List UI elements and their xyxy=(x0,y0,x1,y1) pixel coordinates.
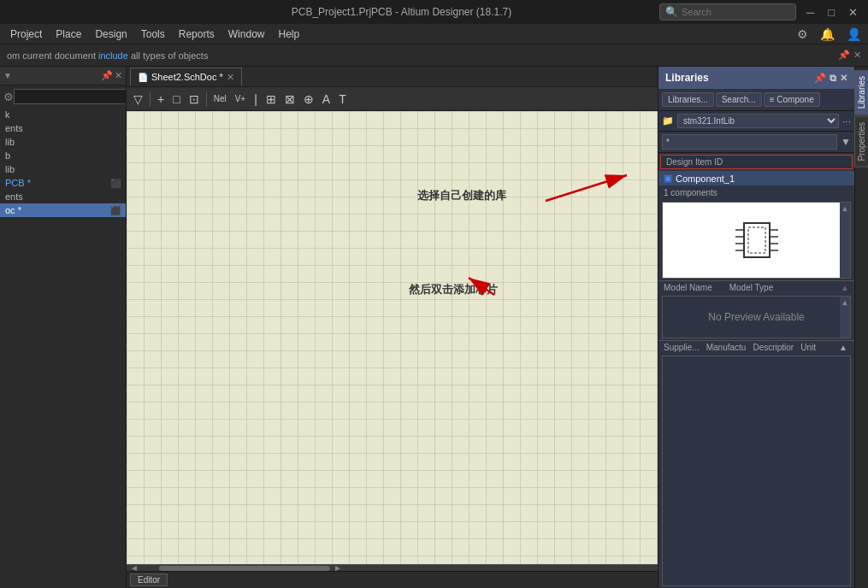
list-item[interactable]: k xyxy=(0,108,126,121)
left-settings-icon[interactable]: ⚙ xyxy=(3,91,14,103)
menu-window[interactable]: Window xyxy=(221,26,272,42)
toolbar-add-btn[interactable]: + xyxy=(154,91,168,108)
scroll-thumb[interactable] xyxy=(159,566,330,571)
toolbar-port-btn[interactable]: ⊠ xyxy=(281,91,298,108)
lib-search-row: ▼ xyxy=(658,132,854,153)
annotation-text-1: 选择自己创建的库 xyxy=(417,188,506,203)
model-scroll-icon[interactable]: ▲ xyxy=(841,283,849,292)
top-band-text1: om current document xyxy=(7,50,96,61)
list-item[interactable]: b xyxy=(0,149,126,162)
pin-icon[interactable]: 📌 xyxy=(838,50,850,61)
editor-bottom: Editor xyxy=(127,571,658,588)
lib-toolbar: Libraries... Search... ≡ Compone xyxy=(658,89,854,111)
toolbar-pwr-btn[interactable]: ⊕ xyxy=(300,91,317,108)
lib-component-count: 1 components xyxy=(658,185,854,200)
toolbar-filter-btn[interactable]: ▽ xyxy=(130,91,146,108)
supplier-col: Supplie... xyxy=(664,343,700,352)
top-band: om current document include all types of… xyxy=(0,44,868,67)
top-band-text2: all types of objects xyxy=(131,50,209,61)
menu-help[interactable]: Help xyxy=(271,26,306,42)
main-layout: ▼ 📌 ✕ ⚙ k ents lib b lib xyxy=(0,67,868,588)
menu-design[interactable]: Design xyxy=(88,26,133,42)
minimize-button[interactable]: ─ xyxy=(803,6,818,19)
panel-float-btn[interactable]: ⧉ xyxy=(830,73,836,84)
user-icon[interactable]: 👤 xyxy=(843,27,865,41)
lib-search-dropdown-icon[interactable]: ▼ xyxy=(841,136,851,148)
lib-more-button[interactable]: ··· xyxy=(842,115,851,127)
menu-reports[interactable]: Reports xyxy=(172,26,221,42)
libraries-panel-controls: 📌 ⧉ ✕ xyxy=(814,73,847,84)
left-search-input[interactable] xyxy=(14,89,127,104)
library-dropdown[interactable]: stm321.IntLib xyxy=(677,114,839,128)
supplier-scroll-icon[interactable]: ▲ xyxy=(839,343,849,352)
notifications-icon[interactable]: 🔔 xyxy=(817,27,838,41)
components-button[interactable]: ≡ Compone xyxy=(764,92,820,107)
model-name-header: Model Name xyxy=(664,283,712,292)
lib-section-label: Design Item ID xyxy=(660,155,853,169)
error-icon: ⬛ xyxy=(110,179,121,188)
title-bar-search-box[interactable]: 🔍 xyxy=(659,3,796,21)
menu-bar-right: ⚙ 🔔 👤 xyxy=(794,27,865,41)
toolbar-vcc-btn[interactable]: V+ xyxy=(232,92,250,105)
description-col: Descriptior xyxy=(753,343,794,352)
toolbar-bus-btn[interactable]: ⊞ xyxy=(263,91,280,108)
panel-close-btn[interactable]: ✕ xyxy=(840,73,847,84)
doc-tab-close-button[interactable]: ✕ xyxy=(227,72,234,83)
toolbar-sep1 xyxy=(150,91,151,107)
menu-project[interactable]: Project xyxy=(3,26,49,42)
toolbar-wire-btn[interactable]: | xyxy=(251,91,261,108)
unpin-icon[interactable]: ✕ xyxy=(853,50,861,61)
editor-tab[interactable]: Editor xyxy=(130,573,168,586)
list-item[interactable]: lib xyxy=(0,162,126,176)
list-item[interactable]: ents xyxy=(0,190,126,203)
libraries-panel-title: Libraries xyxy=(665,72,814,84)
left-pin-icon[interactable]: 📌 xyxy=(101,70,113,81)
lib-component-row[interactable]: ▣ Component_1 xyxy=(658,171,854,185)
preview-scrollbar[interactable]: ▲ xyxy=(840,203,850,278)
title-bar: PCB_Project1.PrjPCB - Altium Designer (1… xyxy=(0,0,868,24)
libraries-panel-header: Libraries 📌 ⧉ ✕ xyxy=(658,67,854,89)
close-button[interactable]: ✕ xyxy=(845,6,861,19)
libraries-panel: Libraries 📌 ⧉ ✕ Libraries... Search... ≡… xyxy=(658,67,854,588)
lib-search-input[interactable] xyxy=(662,134,837,150)
libraries-button[interactable]: Libraries... xyxy=(662,92,714,107)
maximize-button[interactable]: □ xyxy=(824,6,838,19)
manufacturer-col: Manufactu xyxy=(706,343,747,352)
toolbar-net-btn[interactable]: Nel xyxy=(210,92,230,105)
search-icon: 🔍 xyxy=(665,6,678,18)
list-item-selected[interactable]: oc * ⬛ xyxy=(0,203,126,217)
menu-place[interactable]: Place xyxy=(49,26,88,42)
side-tabs: Libraries Properties xyxy=(854,67,868,588)
component-name: Component_1 xyxy=(676,173,735,184)
toolbar-sel-btn[interactable]: ⊡ xyxy=(186,91,203,108)
side-tab-libraries[interactable]: Libraries xyxy=(854,70,868,115)
side-tab-properties[interactable]: Properties xyxy=(854,116,868,168)
lib-bottom-area xyxy=(662,356,851,586)
doc-tab-sheet2[interactable]: 📄 Sheet2.SchDoc * ✕ xyxy=(130,68,242,86)
canvas-area[interactable]: 选择自己创建的库 然后双击添加芯片 xyxy=(127,111,658,564)
unit-col: Unit xyxy=(800,343,816,352)
panel-pin-btn[interactable]: 📌 xyxy=(814,73,826,84)
no-preview-text: No Preview Available xyxy=(708,311,805,323)
no-preview-scrollbar[interactable]: ▲ xyxy=(840,297,850,338)
list-item[interactable]: ents xyxy=(0,121,126,135)
top-band-link[interactable]: include xyxy=(98,50,128,61)
toolbar-text-btn[interactable]: A xyxy=(319,91,334,108)
settings-icon[interactable]: ⚙ xyxy=(794,27,812,41)
search-button[interactable]: Search... xyxy=(716,92,762,107)
lib-supplier-header: Supplie... Manufactu Descriptior Unit ▲ xyxy=(658,340,854,354)
lib-no-preview-area: No Preview Available ▲ xyxy=(662,296,851,338)
left-panel-pin-controls: 📌 ✕ xyxy=(101,70,122,81)
list-item-pcb[interactable]: PCB * ⬛ xyxy=(0,176,126,190)
toolbar-t-btn[interactable]: T xyxy=(335,91,350,108)
toolbar-rect-btn[interactable]: □ xyxy=(169,91,183,108)
lib-file-icon: 📁 xyxy=(662,115,674,126)
preview-scroll-up-icon[interactable]: ▲ xyxy=(841,204,849,213)
no-preview-scroll-icon[interactable]: ▲ xyxy=(841,298,849,307)
left-close-icon[interactable]: ✕ xyxy=(115,70,122,81)
lib-preview-area: ▲ xyxy=(662,202,851,279)
horizontal-scrollbar[interactable]: ◄ ► xyxy=(127,564,658,571)
list-item[interactable]: lib xyxy=(0,135,126,149)
search-input[interactable] xyxy=(682,7,784,17)
menu-tools[interactable]: Tools xyxy=(134,26,172,42)
